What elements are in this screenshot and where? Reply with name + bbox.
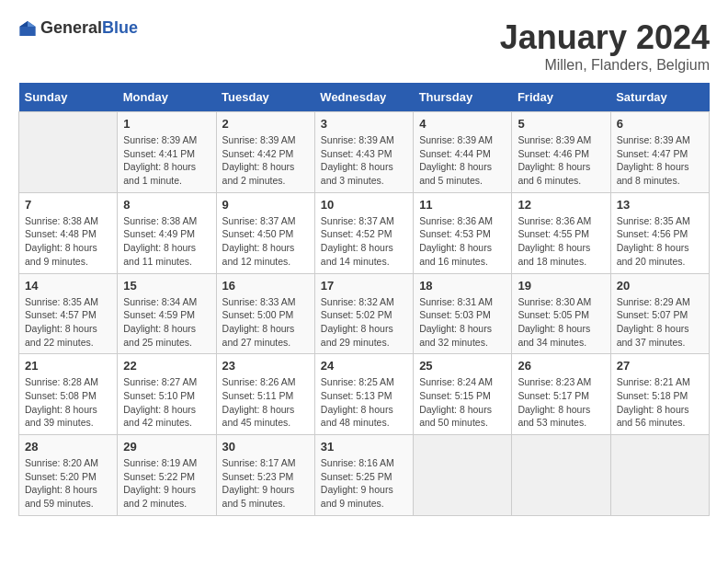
day-cell: 23Sunrise: 8:26 AMSunset: 5:11 PMDayligh… — [216, 354, 314, 435]
day-cell: 3Sunrise: 8:39 AMSunset: 4:43 PMDaylight… — [314, 112, 413, 193]
header-day-saturday: Saturday — [610, 83, 709, 112]
day-info: Sunrise: 8:34 AMSunset: 4:59 PMDaylight:… — [123, 295, 210, 350]
day-cell: 16Sunrise: 8:33 AMSunset: 5:00 PMDayligh… — [216, 273, 314, 354]
day-info: Sunrise: 8:21 AMSunset: 5:18 PMDaylight:… — [617, 375, 703, 430]
day-cell: 18Sunrise: 8:31 AMSunset: 5:03 PMDayligh… — [414, 273, 512, 354]
day-info: Sunrise: 8:27 AMSunset: 5:10 PMDaylight:… — [123, 375, 210, 430]
day-info: Sunrise: 8:31 AMSunset: 5:03 PMDaylight:… — [419, 295, 506, 350]
day-info: Sunrise: 8:20 AMSunset: 5:20 PMDaylight:… — [25, 456, 111, 511]
day-number: 8 — [123, 198, 210, 212]
day-info: Sunrise: 8:39 AMSunset: 4:46 PMDaylight:… — [518, 133, 604, 188]
day-info: Sunrise: 8:24 AMSunset: 5:15 PMDaylight:… — [419, 375, 506, 430]
svg-marker-2 — [19, 21, 28, 27]
day-info: Sunrise: 8:32 AMSunset: 5:02 PMDaylight:… — [321, 295, 407, 350]
day-info: Sunrise: 8:16 AMSunset: 5:25 PMDaylight:… — [321, 456, 407, 511]
day-info: Sunrise: 8:38 AMSunset: 4:48 PMDaylight:… — [25, 214, 111, 269]
day-number: 15 — [123, 279, 210, 293]
day-number: 19 — [518, 279, 604, 293]
day-number: 31 — [321, 440, 407, 454]
day-number: 22 — [123, 359, 210, 373]
day-info: Sunrise: 8:17 AMSunset: 5:23 PMDaylight:… — [222, 456, 309, 511]
day-info: Sunrise: 8:26 AMSunset: 5:11 PMDaylight:… — [222, 375, 309, 430]
header-day-friday: Friday — [512, 83, 610, 112]
day-number: 25 — [419, 359, 506, 373]
day-info: Sunrise: 8:33 AMSunset: 5:00 PMDaylight:… — [222, 295, 309, 350]
day-cell: 26Sunrise: 8:23 AMSunset: 5:17 PMDayligh… — [512, 354, 610, 435]
calendar-table: SundayMondayTuesdayWednesdayThursdayFrid… — [18, 83, 710, 516]
day-info: Sunrise: 8:25 AMSunset: 5:13 PMDaylight:… — [321, 375, 407, 430]
day-info: Sunrise: 8:35 AMSunset: 4:57 PMDaylight:… — [25, 295, 111, 350]
day-cell: 31Sunrise: 8:16 AMSunset: 5:25 PMDayligh… — [314, 435, 413, 516]
page-header: GeneralBlue January 2024 Millen, Flander… — [18, 18, 710, 74]
week-row-4: 21Sunrise: 8:28 AMSunset: 5:08 PMDayligh… — [19, 354, 710, 435]
day-cell — [19, 112, 118, 193]
day-number: 21 — [25, 359, 111, 373]
day-cell — [610, 435, 709, 516]
day-cell: 21Sunrise: 8:28 AMSunset: 5:08 PMDayligh… — [19, 354, 118, 435]
svg-marker-1 — [28, 21, 36, 27]
day-number: 12 — [518, 198, 604, 212]
header-day-monday: Monday — [118, 83, 216, 112]
day-info: Sunrise: 8:28 AMSunset: 5:08 PMDaylight:… — [25, 375, 111, 430]
day-number: 6 — [617, 117, 703, 131]
day-number: 3 — [321, 117, 407, 131]
day-info: Sunrise: 8:30 AMSunset: 5:05 PMDaylight:… — [518, 295, 604, 350]
day-cell: 19Sunrise: 8:30 AMSunset: 5:05 PMDayligh… — [512, 273, 610, 354]
day-cell: 30Sunrise: 8:17 AMSunset: 5:23 PMDayligh… — [216, 435, 314, 516]
day-number: 14 — [25, 279, 111, 293]
day-cell: 20Sunrise: 8:29 AMSunset: 5:07 PMDayligh… — [610, 273, 709, 354]
day-cell: 2Sunrise: 8:39 AMSunset: 4:42 PMDaylight… — [216, 112, 314, 193]
day-number: 28 — [25, 440, 111, 454]
day-cell: 25Sunrise: 8:24 AMSunset: 5:15 PMDayligh… — [414, 354, 512, 435]
day-number: 26 — [518, 359, 604, 373]
day-number: 2 — [222, 117, 309, 131]
day-number: 29 — [123, 440, 210, 454]
title-section: January 2024 Millen, Flanders, Belgium — [500, 18, 710, 74]
day-cell: 13Sunrise: 8:35 AMSunset: 4:56 PMDayligh… — [610, 192, 709, 273]
day-cell: 4Sunrise: 8:39 AMSunset: 4:44 PMDaylight… — [414, 112, 512, 193]
day-info: Sunrise: 8:19 AMSunset: 5:22 PMDaylight:… — [123, 456, 210, 511]
day-info: Sunrise: 8:39 AMSunset: 4:43 PMDaylight:… — [321, 133, 407, 188]
day-number: 7 — [25, 198, 111, 212]
day-cell: 11Sunrise: 8:36 AMSunset: 4:53 PMDayligh… — [414, 192, 512, 273]
logo-text: GeneralBlue — [40, 18, 138, 38]
day-number: 9 — [222, 198, 309, 212]
day-info: Sunrise: 8:23 AMSunset: 5:17 PMDaylight:… — [518, 375, 604, 430]
day-cell: 7Sunrise: 8:38 AMSunset: 4:48 PMDaylight… — [19, 192, 118, 273]
week-row-5: 28Sunrise: 8:20 AMSunset: 5:20 PMDayligh… — [19, 435, 710, 516]
day-info: Sunrise: 8:39 AMSunset: 4:47 PMDaylight:… — [617, 133, 703, 188]
day-cell: 10Sunrise: 8:37 AMSunset: 4:52 PMDayligh… — [314, 192, 413, 273]
logo-icon — [18, 19, 37, 38]
day-info: Sunrise: 8:37 AMSunset: 4:50 PMDaylight:… — [222, 214, 309, 269]
header-day-sunday: Sunday — [19, 83, 118, 112]
day-cell: 14Sunrise: 8:35 AMSunset: 4:57 PMDayligh… — [19, 273, 118, 354]
day-number: 20 — [617, 279, 703, 293]
header-row: SundayMondayTuesdayWednesdayThursdayFrid… — [19, 83, 710, 112]
header-day-tuesday: Tuesday — [216, 83, 314, 112]
week-row-1: 1Sunrise: 8:39 AMSunset: 4:41 PMDaylight… — [19, 112, 710, 193]
day-cell — [414, 435, 512, 516]
day-cell: 22Sunrise: 8:27 AMSunset: 5:10 PMDayligh… — [118, 354, 216, 435]
day-cell: 9Sunrise: 8:37 AMSunset: 4:50 PMDaylight… — [216, 192, 314, 273]
header-day-wednesday: Wednesday — [314, 83, 413, 112]
calendar-title: January 2024 — [500, 18, 710, 57]
day-number: 13 — [617, 198, 703, 212]
day-cell: 29Sunrise: 8:19 AMSunset: 5:22 PMDayligh… — [118, 435, 216, 516]
day-number: 11 — [419, 198, 506, 212]
day-info: Sunrise: 8:35 AMSunset: 4:56 PMDaylight:… — [617, 214, 703, 269]
day-cell: 15Sunrise: 8:34 AMSunset: 4:59 PMDayligh… — [118, 273, 216, 354]
day-info: Sunrise: 8:37 AMSunset: 4:52 PMDaylight:… — [321, 214, 407, 269]
day-number: 23 — [222, 359, 309, 373]
day-info: Sunrise: 8:39 AMSunset: 4:41 PMDaylight:… — [123, 133, 210, 188]
day-cell: 28Sunrise: 8:20 AMSunset: 5:20 PMDayligh… — [19, 435, 118, 516]
day-cell: 1Sunrise: 8:39 AMSunset: 4:41 PMDaylight… — [118, 112, 216, 193]
day-cell: 24Sunrise: 8:25 AMSunset: 5:13 PMDayligh… — [314, 354, 413, 435]
day-cell: 5Sunrise: 8:39 AMSunset: 4:46 PMDaylight… — [512, 112, 610, 193]
day-cell — [512, 435, 610, 516]
day-cell: 12Sunrise: 8:36 AMSunset: 4:55 PMDayligh… — [512, 192, 610, 273]
header-day-thursday: Thursday — [414, 83, 512, 112]
day-info: Sunrise: 8:39 AMSunset: 4:42 PMDaylight:… — [222, 133, 309, 188]
week-row-2: 7Sunrise: 8:38 AMSunset: 4:48 PMDaylight… — [19, 192, 710, 273]
day-number: 27 — [617, 359, 703, 373]
day-number: 1 — [123, 117, 210, 131]
